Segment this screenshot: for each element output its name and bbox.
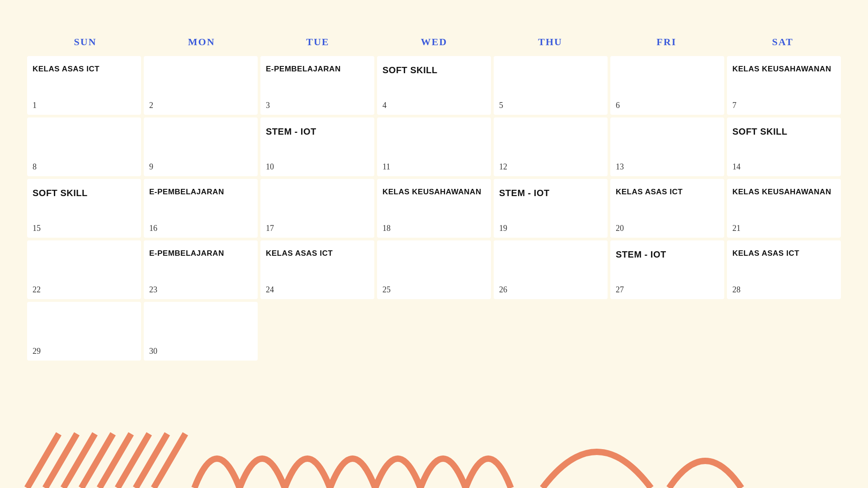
calendar-cell: KELAS KEUSAHAWANAN18	[377, 179, 491, 238]
svg-line-5	[118, 434, 149, 488]
calendar-cell: E-PEMBELAJARAN23	[144, 240, 258, 299]
day-headers: SUNMONTUEWEDTHUFRISAT	[27, 32, 841, 52]
calendar-cell: 5	[494, 56, 608, 115]
calendar-cell: 8	[27, 117, 141, 176]
calendar-cell: E-PEMBELAJARAN16	[144, 179, 258, 238]
day-header-thu: THU	[492, 32, 609, 52]
calendar-cell: SOFT SKILL14	[727, 117, 841, 176]
calendar-cell: KELAS ASAS iCT24	[260, 240, 374, 299]
calendar-cell: KELAS ASAS iCT1	[27, 56, 141, 115]
calendar-cell: 13	[610, 117, 724, 176]
cell-date: 2	[149, 101, 153, 110]
calendar-cell: 22	[27, 240, 141, 299]
cell-event: E-PEMBELAJARAN	[149, 183, 252, 197]
cell-date: 1	[33, 101, 37, 110]
cell-event: KELAS KEUSAHAWANAN	[382, 183, 486, 197]
calendar-cell: KELAS ASAS ict20	[610, 179, 724, 238]
cell-date: 5	[499, 101, 503, 110]
svg-line-3	[81, 434, 113, 488]
calendar-cell: KELAS KEUSAHAWANAN7	[727, 56, 841, 115]
cell-date: 13	[616, 162, 624, 172]
cell-date: 8	[33, 162, 37, 172]
day-header-wed: WED	[376, 32, 492, 52]
svg-line-2	[63, 434, 95, 488]
cell-date: 15	[33, 224, 41, 233]
page-title	[0, 0, 868, 32]
calendar-cell	[727, 302, 841, 361]
cell-event: KELAS ASAS iCT	[266, 245, 369, 258]
cell-date: 26	[499, 285, 507, 295]
cell-event: STEM - IOT	[616, 245, 719, 260]
day-header-tue: TUE	[259, 32, 376, 52]
calendar-cell: 29	[27, 302, 141, 361]
cell-date: 28	[732, 285, 741, 295]
calendar-cell: KELAS ASAS ict28	[727, 240, 841, 299]
calendar-cell: STEM - IOT10	[260, 117, 374, 176]
cell-date: 22	[33, 285, 41, 295]
cell-date: 25	[382, 285, 391, 295]
calendar-cell	[610, 302, 724, 361]
svg-line-1	[45, 434, 77, 488]
cell-event: STEM - IOT	[266, 122, 369, 137]
cell-event: SOFT SKILL	[382, 61, 486, 76]
cell-event: KELAS KEUSAHAWANAN	[732, 61, 835, 74]
cell-date: 9	[149, 162, 153, 172]
decorative-bottom	[0, 407, 868, 488]
cell-date: 7	[732, 101, 736, 110]
calendar-cell	[494, 302, 608, 361]
calendar-cell: STEM - IOT19	[494, 179, 608, 238]
cell-date: 17	[266, 224, 274, 233]
cell-date: 30	[149, 347, 157, 356]
cell-event: KELAS ASAS ict	[732, 245, 835, 258]
calendar-cell: E-PEMBELAJARAN3	[260, 56, 374, 115]
cell-event: E-PEMBELAJARAN	[149, 245, 252, 258]
calendar-cell: 9	[144, 117, 258, 176]
day-header-sun: SUN	[27, 32, 143, 52]
calendar-wrapper: SUNMONTUEWEDTHUFRISAT KELAS ASAS iCT12E-…	[0, 32, 868, 361]
cell-date: 19	[499, 224, 507, 233]
cell-date: 6	[616, 101, 620, 110]
cell-date: 16	[149, 224, 157, 233]
cell-event: STEM - IOT	[499, 183, 602, 199]
cell-date: 24	[266, 285, 274, 295]
calendar-cell	[377, 302, 491, 361]
svg-line-7	[154, 434, 185, 488]
cell-event: KELAS KEUSAHAWANAN	[732, 183, 835, 197]
calendar-cell: SOFT SKILL15	[27, 179, 141, 238]
cell-date: 3	[266, 101, 270, 110]
cell-event: KELAS ASAS iCT	[33, 61, 136, 74]
day-header-sat: SAT	[725, 32, 841, 52]
calendar-grid: KELAS ASAS iCT12E-PEMBELAJARAN3SOFT SKIL…	[27, 56, 841, 361]
cell-date: 23	[149, 285, 157, 295]
cell-date: 18	[382, 224, 391, 233]
cell-date: 4	[382, 101, 387, 110]
cell-date: 21	[732, 224, 741, 233]
cell-date: 10	[266, 162, 274, 172]
svg-line-0	[27, 434, 59, 488]
calendar-cell: STEM - IOT27	[610, 240, 724, 299]
svg-line-6	[136, 434, 167, 488]
calendar-cell: 17	[260, 179, 374, 238]
cell-date: 12	[499, 162, 507, 172]
calendar-cell: 12	[494, 117, 608, 176]
cell-event: KELAS ASAS ict	[616, 183, 719, 197]
cell-date: 20	[616, 224, 624, 233]
cell-event: SOFT SKILL	[732, 122, 835, 137]
cell-date: 11	[382, 162, 390, 172]
cell-date: 29	[33, 347, 41, 356]
calendar-cell: 6	[610, 56, 724, 115]
calendar-cell: 30	[144, 302, 258, 361]
cell-date: 27	[616, 285, 624, 295]
cell-date: 14	[732, 162, 741, 172]
calendar-cell	[260, 302, 374, 361]
svg-line-4	[99, 434, 131, 488]
calendar-cell: 2	[144, 56, 258, 115]
cell-event: SOFT SKILL	[33, 183, 136, 199]
day-header-mon: MON	[143, 32, 259, 52]
cell-event: E-PEMBELAJARAN	[266, 61, 369, 74]
day-header-fri: FRI	[609, 32, 725, 52]
calendar-cell: 26	[494, 240, 608, 299]
calendar-cell: 11	[377, 117, 491, 176]
calendar-cell: 25	[377, 240, 491, 299]
calendar-cell: KELAS KEUSAHAWANAN21	[727, 179, 841, 238]
